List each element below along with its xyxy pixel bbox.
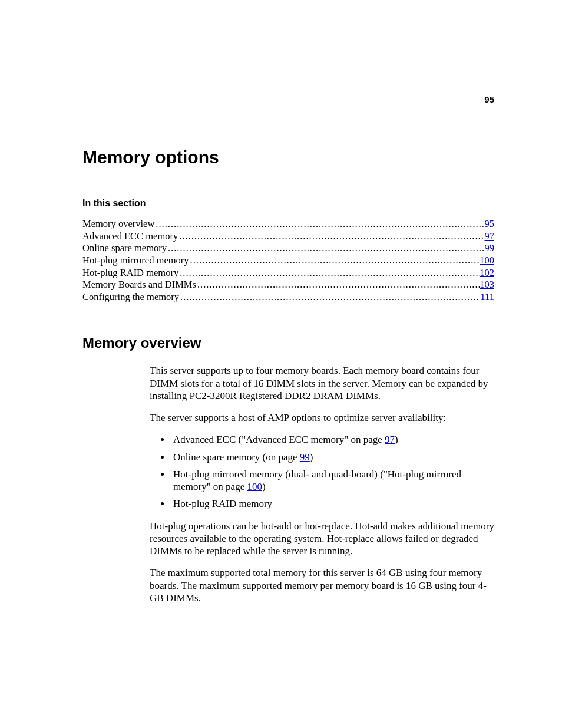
inline-page-link[interactable]: 99 [300, 452, 310, 463]
toc-row: Advanced ECC memory.....................… [82, 230, 494, 243]
toc-page-link[interactable]: 97 [485, 230, 495, 243]
page-container: 95 Memory options In this section Memory… [0, 0, 562, 604]
list-text: Online spare memory (on page [173, 452, 300, 463]
toc-page-link[interactable]: 100 [480, 255, 494, 267]
toc-dots: ........................................… [178, 267, 480, 279]
section-heading: In this section [82, 198, 494, 209]
toc-dots: ........................................… [167, 242, 485, 255]
toc-page-link[interactable]: 103 [480, 279, 494, 291]
toc-dots: ........................................… [179, 291, 480, 304]
toc-label: Hot-plug RAID memory [82, 267, 178, 279]
toc-row: Online spare memory.....................… [82, 242, 494, 255]
toc-row: Hot-plug RAID memory....................… [82, 267, 494, 279]
toc-label: Online spare memory [82, 242, 167, 255]
toc-page-link[interactable]: 95 [485, 218, 495, 230]
toc-label: Hot-plug mirrored memory [82, 255, 189, 267]
toc-page-link[interactable]: 99 [485, 242, 495, 255]
body-block: This server supports up to four memory b… [150, 364, 494, 604]
list-text: Advanced ECC ("Advanced ECC memory" on p… [173, 434, 385, 445]
table-of-contents: Memory overview.........................… [82, 218, 494, 303]
toc-dots: ........................................… [189, 255, 480, 267]
toc-row: Hot-plug mirrored memory ...............… [82, 255, 494, 267]
toc-label: Memory Boards and DIMMs [82, 279, 196, 291]
list-item: Hot-plug RAID memory [171, 498, 494, 510]
list-text: Hot-plug mirrored memory (dual- and quad… [173, 469, 461, 492]
paragraph: The server supports a host of AMP option… [150, 411, 494, 424]
subheading: Memory overview [82, 335, 494, 351]
inline-page-link[interactable]: 97 [385, 434, 395, 445]
toc-label: Advanced ECC memory [82, 230, 178, 243]
page-number: 95 [82, 94, 494, 104]
toc-row: Configuring the memory .................… [82, 291, 494, 304]
divider [82, 113, 494, 113]
toc-dots: ........................................… [154, 218, 484, 230]
paragraph: The maximum supported total memory for t… [150, 566, 494, 604]
list-text: ) [395, 434, 398, 445]
toc-page-link[interactable]: 102 [480, 267, 494, 279]
inline-page-link[interactable]: 100 [247, 481, 262, 492]
bullet-list: Advanced ECC ("Advanced ECC memory" on p… [150, 433, 494, 510]
list-text: Hot-plug RAID memory [173, 498, 272, 509]
toc-dots: ........................................… [178, 230, 484, 243]
toc-label: Memory overview [82, 218, 154, 230]
list-text: ) [310, 452, 313, 463]
paragraph: Hot-plug operations can be hot-add or ho… [150, 520, 494, 558]
toc-row: Memory overview.........................… [82, 218, 494, 230]
toc-page-link[interactable]: 111 [480, 291, 494, 304]
toc-label: Configuring the memory [82, 291, 179, 304]
paragraph: This server supports up to four memory b… [150, 364, 494, 402]
toc-row: Memory Boards and DIMMs ................… [82, 279, 494, 291]
list-item: Advanced ECC ("Advanced ECC memory" on p… [171, 433, 494, 446]
page-title: Memory options [82, 147, 494, 167]
list-text: ) [262, 481, 266, 492]
list-item: Hot-plug mirrored memory (dual- and quad… [171, 468, 494, 493]
list-item: Online spare memory (on page 99) [171, 451, 494, 463]
toc-dots: ........................................… [196, 279, 480, 291]
